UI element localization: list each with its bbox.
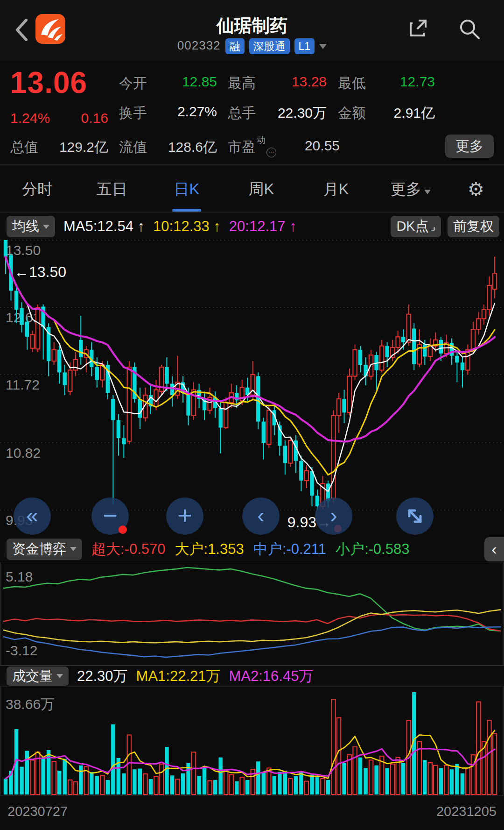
search-icon — [456, 16, 483, 42]
end-date-label: 20231205 — [436, 804, 497, 819]
ma-indicator-bar: 均线 MA5:12.54 ↑ 10:12.33 ↑ 20:12.17 ↑ DK点… — [0, 214, 504, 239]
stock-subheader[interactable]: 002332融深股通L1 — [0, 38, 504, 54]
up-arrow-icon: ↑ — [289, 218, 297, 234]
fund-flow-plot: 5.18-3.12 — [0, 562, 504, 666]
chevron-down-icon — [70, 547, 77, 551]
gear-icon: ⚙ — [468, 179, 484, 199]
stat-volume: 总手 22.30万 — [228, 104, 327, 123]
divider — [0, 212, 504, 213]
up-arrow-icon: ↑ — [213, 218, 221, 234]
volume-chart[interactable]: 38.66万 — [0, 687, 504, 795]
period-tabbar: 分时 五日 日K 周K 月K 更多 ⚙ — [0, 166, 504, 213]
last-price: 13.06 — [10, 65, 87, 100]
fund-super-large: 超大:-0.570 — [91, 539, 166, 559]
header-bar: 仙琚制药 002332融深股通L1 — [0, 0, 504, 61]
divider — [0, 164, 504, 165]
ma20-value: 20:12.17 ↑ — [229, 218, 297, 235]
share-button[interactable] — [406, 16, 430, 40]
tab-fiveday[interactable]: 五日 — [75, 179, 149, 200]
fund-medium: 中户:-0.211 — [253, 539, 326, 559]
change-value: 0.16 — [81, 110, 108, 126]
badge-margin: 融 — [225, 38, 245, 54]
svg-text:38.66万: 38.66万 — [6, 696, 55, 712]
volume-indicator-dropdown[interactable]: 成交量 — [7, 667, 69, 686]
change-row: 1.24% 0.16 — [10, 110, 108, 126]
stat-high: 最高 13.28 — [228, 74, 327, 93]
tab-minute[interactable]: 分时 — [0, 179, 75, 200]
volume-ma1: MA1:22.21万 — [136, 667, 221, 686]
stat-amount: 金额 2.91亿 — [338, 104, 435, 123]
svg-text:5.18: 5.18 — [6, 569, 33, 584]
fund-flow-bar: 资金博弈 超大:-0.570 大户:1.353 中户:-0.211 小户:-0.… — [0, 536, 504, 562]
zoom-in-button[interactable]: + — [166, 497, 203, 535]
ma-selector-dropdown[interactable]: 均线 — [7, 216, 55, 237]
ma5-value: MA5:12.54 ↑ — [63, 218, 145, 235]
stat-turnover: 换手 2.27% — [119, 104, 217, 123]
candlestick-plot: 13.5012.6111.7210.829.93 — [0, 239, 504, 536]
pan-left-button[interactable]: ‹ — [242, 497, 280, 535]
forward-adjust-button[interactable]: 前复权 — [448, 216, 499, 237]
collapse-panel-button[interactable]: ‹ — [484, 537, 504, 561]
jump-start-button[interactable]: « — [14, 497, 51, 535]
pan-right-button[interactable]: › — [315, 497, 352, 535]
stat-marketcap: 总值 129.2亿 — [10, 138, 108, 157]
stock-code: 002332 — [177, 38, 221, 52]
volume-ma2: MA2:16.45万 — [229, 667, 314, 686]
high-price-annotation: ←13.50 — [14, 263, 66, 281]
change-percent: 1.24% — [10, 110, 50, 126]
ma10-value: 10:12.33 ↑ — [153, 218, 221, 235]
fund-flow-chart[interactable]: 5.18-3.12 — [0, 562, 504, 666]
badge-szconnect: 深股通 — [249, 38, 290, 54]
chevron-down-icon — [319, 44, 327, 49]
info-icon[interactable]: ⋯ — [266, 148, 276, 157]
chevron-down-icon — [43, 225, 49, 229]
current-volume: 22.30万 — [77, 667, 128, 686]
pe-dynamic-superscript: 动 — [257, 135, 266, 145]
candlestick-chart[interactable]: 13.5012.6111.7210.829.93 ←13.50 9.93→ « … — [0, 239, 504, 536]
volume-indicator-bar: 成交量 22.30万 MA1:22.21万 MA2:16.45万 — [0, 666, 504, 687]
expand-icon — [396, 497, 434, 535]
svg-text:-3.12: -3.12 — [6, 643, 37, 658]
tab-more-periods[interactable]: 更多 — [373, 179, 448, 200]
tab-daily-k[interactable]: 日K — [149, 179, 224, 200]
start-date-label: 20230727 — [7, 804, 68, 819]
dk-point-button[interactable]: DK点⌟ — [391, 216, 441, 237]
svg-text:10.82: 10.82 — [6, 445, 41, 461]
up-arrow-icon: ↑ — [138, 218, 145, 234]
volume-plot: 38.66万 — [0, 687, 504, 795]
chevron-down-icon — [56, 674, 63, 678]
stat-low: 最低 12.73 — [338, 74, 435, 93]
badge-l1: L1 — [294, 38, 315, 54]
fund-large: 大户:1.353 — [175, 539, 244, 559]
tab-weekly-k[interactable]: 周K — [224, 179, 299, 200]
search-button[interactable] — [456, 16, 483, 42]
chevron-down-icon — [424, 190, 431, 194]
fund-indicator-dropdown[interactable]: 资金博弈 — [7, 539, 82, 560]
corner-arrow-icon: ⌟ — [431, 220, 435, 233]
more-stats-button[interactable]: 更多 — [445, 135, 494, 158]
chart-settings-button[interactable]: ⚙ — [448, 178, 504, 200]
svg-text:11.72: 11.72 — [6, 377, 40, 392]
fund-small: 小户:-0.583 — [336, 539, 410, 559]
stat-floatcap: 流值 128.6亿 — [119, 138, 217, 157]
stock-detail-screen: 仙琚制药 002332融深股通L1 13.06 1.24% 0.16 今开 12… — [0, 0, 504, 830]
fullscreen-button[interactable] — [396, 497, 434, 535]
tab-monthly-k[interactable]: 月K — [299, 179, 373, 200]
stat-open: 今开 12.85 — [119, 74, 217, 93]
stat-pe: 市盈动⋯ 20.55 — [228, 138, 340, 157]
share-icon — [406, 16, 430, 40]
date-axis: 20230727 20231205 — [0, 795, 504, 830]
notification-dot — [119, 525, 127, 534]
